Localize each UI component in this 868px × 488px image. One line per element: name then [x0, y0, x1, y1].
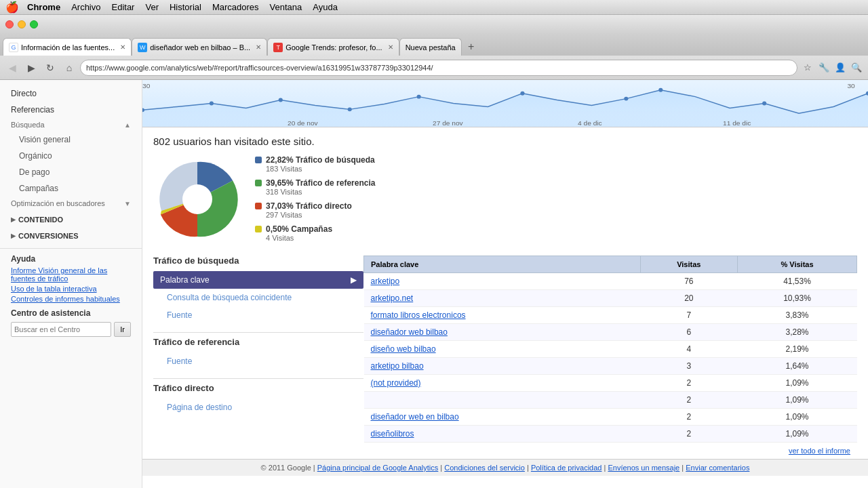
back-button[interactable]: ◀: [4, 60, 20, 76]
main-layout: Directo Referencias Búsqueda ▲ Visión ge…: [0, 80, 868, 488]
sidebar-help-center-label: Centro de asistencia: [11, 308, 131, 318]
menubar-ayuda[interactable]: Ayuda: [313, 2, 338, 12]
menubar-archivo[interactable]: Archivo: [71, 2, 100, 12]
traffic-menu-palabra-clave-label: Palabra clave: [160, 275, 210, 285]
apple-icon[interactable]: 🍎: [5, 1, 19, 14]
tab-new[interactable]: Nueva pestaña: [399, 38, 462, 56]
traffic-menu-fuente-reference[interactable]: Fuente: [153, 352, 363, 370]
reload-button[interactable]: ↻: [42, 60, 58, 76]
sidebar-help-link-1[interactable]: Informe Visión general de las fuentes de…: [11, 266, 131, 283]
traffic-menu-fuente-search-label: Fuente: [167, 310, 192, 320]
sidebar-help-link-3[interactable]: Controles de informes habituales: [11, 295, 131, 303]
sidebar-section-conversiones[interactable]: CONVERSIONES: [0, 226, 142, 243]
address-bar[interactable]: https://www.google.com/analytics/web/#re…: [80, 60, 797, 76]
extensions-button[interactable]: 🔧: [816, 60, 831, 75]
table-cell-keyword[interactable]: diseñador web en bilbao: [364, 409, 641, 426]
user-button[interactable]: 👤: [833, 60, 848, 75]
table-cell-keyword[interactable]: arketipo bilbao: [364, 358, 641, 375]
maximize-button[interactable]: [30, 20, 38, 28]
tab-disenador[interactable]: W diseñador web en bilbao – B... ✕: [132, 38, 267, 56]
close-button[interactable]: [5, 20, 14, 28]
table-cell-percent: 1,09%: [737, 392, 856, 409]
sidebar-search-input[interactable]: [11, 322, 111, 337]
table-row: arketipo.net 20 10,93%: [364, 290, 857, 307]
menubar-marcadores[interactable]: Marcadores: [212, 2, 259, 12]
traffic-menu-consulta[interactable]: Consulta de búsqueda coincidente: [153, 289, 363, 306]
stats-content: 22,82% Tráfico de búsqueda 183 Visitas 3…: [153, 155, 857, 247]
table-cell-percent: 2,19%: [737, 341, 856, 358]
pie-chart-svg: [153, 155, 241, 243]
new-tab-button[interactable]: +: [462, 38, 481, 56]
sidebar-item-campanas[interactable]: Campañas: [0, 180, 142, 197]
nav-actions: ☆ 🔧 👤 🔍: [800, 60, 864, 75]
tab-close-analytics[interactable]: ✕: [120, 43, 125, 51]
sidebar-item-optimizacion[interactable]: Optimización en buscadores ▼: [0, 197, 142, 210]
svg-point-16: [182, 184, 212, 214]
table-cell-keyword[interactable]: diseñador web bilbao: [364, 324, 641, 341]
traffic-divider-2: [153, 378, 363, 379]
svg-text:20 de nov: 20 de nov: [288, 119, 318, 127]
home-button[interactable]: ⌂: [61, 60, 77, 76]
traffic-left: Tráfico de búsqueda Palabra clave ▶ Cons…: [153, 256, 363, 459]
table-cell-visits: 2: [640, 392, 737, 409]
traffic-menu-fuente-search[interactable]: Fuente: [153, 306, 363, 324]
sidebar-item-directo[interactable]: Directo: [0, 85, 142, 102]
menubar-historial[interactable]: Historial: [170, 2, 201, 12]
tab-analytics[interactable]: G Información de las fuentes... ✕: [3, 38, 132, 56]
forward-button[interactable]: ▶: [23, 60, 39, 76]
table-cell-keyword[interactable]: [364, 392, 641, 409]
table-cell-percent: 1,09%: [737, 426, 856, 443]
footer-link-1[interactable]: Página principal de Google Analytics: [317, 464, 439, 472]
tab-close-trends[interactable]: ✕: [388, 43, 393, 51]
traffic-menu-pagina-destino[interactable]: Página de destino: [153, 399, 363, 416]
footer-link-3[interactable]: Política de privacidad: [531, 464, 602, 472]
bookmark-button[interactable]: ☆: [800, 60, 815, 75]
table-cell-keyword[interactable]: arketipo: [364, 273, 641, 290]
table-cell-visits: 6: [640, 324, 737, 341]
sidebar-help-link-2[interactable]: Uso de la tabla interactiva: [11, 285, 131, 293]
footer-link-5[interactable]: Enviar comentarios: [686, 464, 749, 472]
sidebar: Directo Referencias Búsqueda ▲ Visión ge…: [0, 80, 142, 488]
tab-close-disenador[interactable]: ✕: [256, 43, 261, 51]
see-full-report[interactable]: ver todo el informe: [363, 443, 857, 459]
menubar-chrome[interactable]: Chrome: [27, 2, 60, 12]
menubar-editar[interactable]: Editar: [111, 2, 134, 12]
footer-link-2[interactable]: Condiciones del servicio: [444, 464, 525, 472]
sidebar-item-de-pago[interactable]: De pago: [0, 164, 142, 180]
footer-link-4[interactable]: Envíenos un mensaje: [608, 464, 679, 472]
sidebar-optimizacion-expand: ▼: [124, 200, 131, 207]
tab-trends[interactable]: T Google Trends: profesor, fo... ✕: [267, 38, 399, 56]
legend-sub-referencia: 318 Visitas: [266, 188, 375, 196]
table-cell-keyword[interactable]: diseñolibros: [364, 426, 641, 443]
traffic-menu-pagina-destino-label: Página de destino: [167, 403, 232, 412]
sidebar-busqueda-label: Búsqueda: [11, 121, 45, 129]
sidebar-search-btn[interactable]: Ir: [114, 322, 131, 337]
legend-dot-busqueda: [255, 157, 262, 163]
sidebar-item-busqueda[interactable]: Búsqueda ▲: [0, 118, 142, 131]
table-cell-keyword[interactable]: (not provided): [364, 375, 641, 392]
stats-title: 802 usuarios han visitado este sitio.: [153, 136, 857, 147]
menubar-ventana[interactable]: Ventana: [270, 2, 302, 12]
sidebar-item-vision-general[interactable]: Visión general: [0, 131, 142, 148]
table-cell-keyword[interactable]: formato libros electronicos: [364, 307, 641, 324]
table-cell-visits: 3: [640, 358, 737, 375]
sidebar-item-referencias[interactable]: Referencias: [0, 102, 142, 118]
traffic-menu-fuente-reference-label: Fuente: [167, 357, 192, 366]
sidebar-item-organico[interactable]: Orgánico: [0, 148, 142, 164]
svg-point-1: [210, 102, 214, 106]
traffic-direct-block: Tráfico directo Página de destino: [153, 383, 363, 416]
sidebar-optimizacion-label: Optimización en buscadores: [11, 199, 105, 207]
table-cell-keyword[interactable]: arketipo.net: [364, 290, 641, 307]
menubar-ver[interactable]: Ver: [145, 2, 159, 12]
traffic-menu-palabra-clave[interactable]: Palabra clave ▶: [153, 271, 363, 289]
search-button[interactable]: 🔍: [849, 60, 864, 75]
mac-menubar: 🍎 Chrome Archivo Editar Ver Historial Ma…: [0, 0, 868, 15]
sidebar-section-contenido[interactable]: CONTENIDO: [0, 210, 142, 226]
table-row: diseñolibros 2 1,09%: [364, 426, 857, 443]
table-cell-percent: 3,83%: [737, 307, 856, 324]
tab-favicon-disenador: W: [138, 43, 147, 52]
minimize-button[interactable]: [18, 20, 26, 28]
table-cell-keyword[interactable]: diseño web bilbao: [364, 341, 641, 358]
table-header-percent: % Visitas: [737, 256, 856, 273]
traffic-sections: Tráfico de búsqueda Palabra clave ▶ Cons…: [142, 256, 868, 459]
